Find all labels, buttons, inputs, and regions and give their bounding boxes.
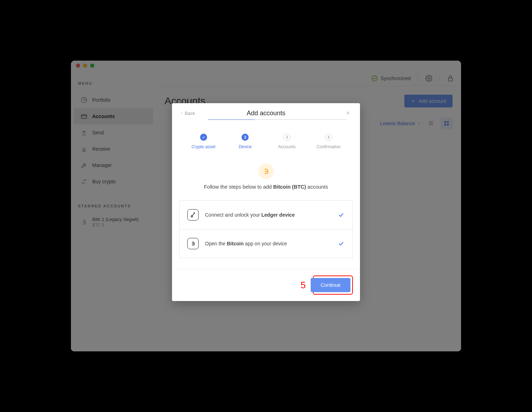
usb-icon xyxy=(187,209,199,221)
annotation-number: 5 xyxy=(300,280,305,291)
checklist-row-device: Connect and unlock your Ledger device xyxy=(179,201,353,229)
check-icon xyxy=(338,211,345,218)
bitcoin-app-icon xyxy=(187,238,199,249)
checklist-row-app: Open the Bitcoin app on your device xyxy=(179,229,353,258)
coin-badge xyxy=(258,163,274,179)
close-button[interactable] xyxy=(345,110,352,116)
check-icon xyxy=(338,240,345,247)
bitcoin-icon xyxy=(262,167,270,175)
app-window: MENU Portfolio Accounts Send Receive Man… xyxy=(71,61,461,351)
modal-footer: 5 Continue xyxy=(172,269,360,301)
modal-overlay: Back Add accounts Crypto asset xyxy=(71,61,461,351)
stepper: Crypto asset 2 Device 3 Accounts 4 Confi… xyxy=(172,116,360,156)
chevron-left-icon xyxy=(180,111,183,115)
step-accounts: 3 Accounts xyxy=(266,134,308,149)
continue-button[interactable]: Continue xyxy=(311,278,350,292)
step-device: 2 Device xyxy=(225,134,266,149)
check-icon xyxy=(202,135,205,139)
close-icon xyxy=(345,110,351,116)
back-button[interactable]: Back xyxy=(180,111,195,116)
instruction-text: Follow the steps below to add Bitcoin (B… xyxy=(172,184,360,200)
step-crypto-asset: Crypto asset xyxy=(183,134,225,149)
add-accounts-modal: Back Add accounts Crypto asset xyxy=(172,103,360,301)
checklist: Connect and unlock your Ledger device Op… xyxy=(179,200,353,258)
step-confirmation: 4 Confirmation xyxy=(308,134,350,149)
annotation-highlight: 5 Continue xyxy=(313,275,353,295)
